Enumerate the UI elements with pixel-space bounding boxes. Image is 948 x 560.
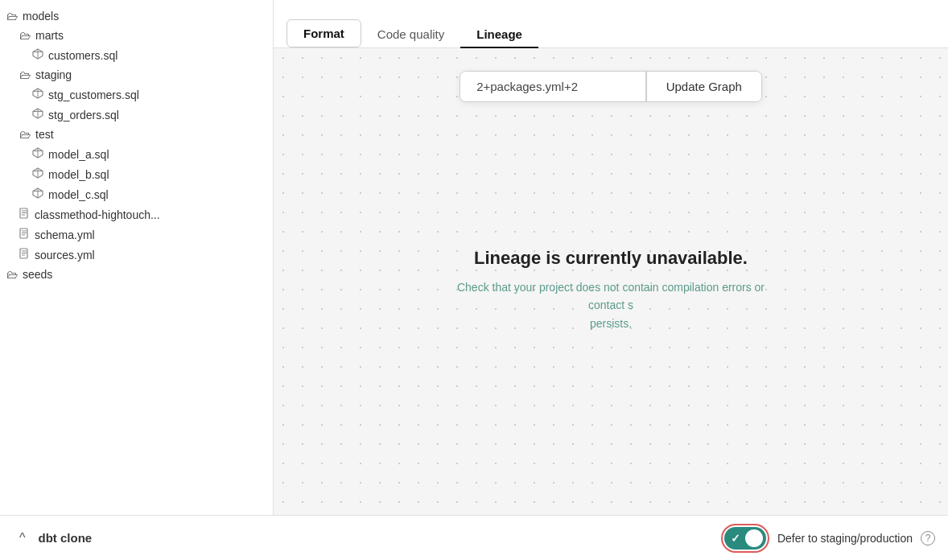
lineage-message: Lineage is currently unavailable. Check … bbox=[443, 248, 780, 332]
graph-controls: Update Graph bbox=[460, 71, 762, 102]
sidebar-item-customers-sql[interactable]: customers.sql bbox=[0, 45, 273, 65]
sidebar-item-label: model_c.sql bbox=[48, 188, 109, 201]
bottom-bar-label: dbt clone bbox=[39, 531, 93, 545]
sidebar-item-label: models bbox=[23, 10, 59, 23]
file-sql-icon bbox=[32, 48, 43, 62]
sidebar-item-schema-yml[interactable]: schema.yml bbox=[0, 224, 273, 245]
folder-icon: 🗁 bbox=[19, 68, 31, 81]
defer-toggle[interactable]: ✓ bbox=[724, 527, 766, 550]
folder-icon: 🗁 bbox=[19, 128, 31, 141]
sidebar-item-label: schema.yml bbox=[35, 229, 95, 241]
right-panel: FormatCode qualityLineage Update Graph L… bbox=[274, 0, 948, 515]
sidebar-item-label: seeds bbox=[23, 268, 52, 281]
sidebar-item-stg-customers-sql[interactable]: stg_customers.sql bbox=[0, 84, 273, 105]
tab-lineage[interactable]: Lineage bbox=[460, 21, 538, 47]
sidebar-item-classmethod-hightouch[interactable]: classmethod-hightouch... bbox=[0, 204, 273, 224]
sidebar-item-model-c-sql[interactable]: model_c.sql bbox=[0, 184, 273, 204]
tab-format[interactable]: Format bbox=[286, 19, 361, 47]
sidebar-item-test[interactable]: 🗁test bbox=[0, 125, 273, 144]
lineage-unavailable-subtitle: Check that your project does not contain… bbox=[443, 278, 780, 332]
sidebar-item-label: model_b.sql bbox=[48, 168, 109, 181]
help-icon[interactable]: ? bbox=[921, 531, 935, 546]
main-container: 🗁models🗁martscustomers.sql🗁stagingstg_cu… bbox=[0, 0, 948, 515]
content-area: Update Graph Lineage is currently unavai… bbox=[274, 48, 948, 515]
file-sql-icon bbox=[32, 88, 43, 101]
sidebar-item-model-b-sql[interactable]: model_b.sql bbox=[0, 164, 273, 184]
sidebar-item-label: marts bbox=[35, 29, 64, 42]
sidebar-item-label: staging bbox=[35, 68, 72, 81]
bottom-bar: ^ dbt clone ✓ Defer to staging/productio… bbox=[0, 515, 948, 560]
bottom-bar-right: ✓ Defer to staging/production ? bbox=[721, 524, 935, 553]
sidebar-item-label: customers.sql bbox=[48, 49, 117, 62]
sidebar-item-marts[interactable]: 🗁marts bbox=[0, 26, 273, 45]
sidebar-item-label: stg_customers.sql bbox=[48, 89, 139, 101]
file-sql-icon bbox=[32, 147, 43, 161]
file-generic-icon bbox=[19, 208, 30, 221]
file-generic-icon bbox=[19, 228, 30, 241]
sidebar-item-model-a-sql[interactable]: model_a.sql bbox=[0, 144, 273, 164]
update-graph-button[interactable]: Update Graph bbox=[647, 72, 761, 101]
toggle-checkmark: ✓ bbox=[731, 532, 740, 545]
file-sql-icon bbox=[32, 108, 43, 121]
folder-icon: 🗁 bbox=[19, 29, 31, 42]
sidebar-item-label: stg_orders.sql bbox=[48, 109, 119, 121]
sidebar-item-label: model_a.sql bbox=[48, 148, 109, 161]
file-sql-icon bbox=[32, 187, 43, 201]
sidebar-item-staging[interactable]: 🗁staging bbox=[0, 65, 273, 84]
graph-input[interactable] bbox=[460, 72, 645, 101]
sidebar-item-label: test bbox=[35, 128, 54, 141]
file-sql-icon bbox=[32, 167, 43, 181]
defer-label: Defer to staging/production bbox=[777, 532, 913, 545]
toggle-slider: ✓ bbox=[724, 527, 766, 550]
sidebar-item-seeds[interactable]: 🗁seeds bbox=[0, 265, 273, 284]
collapse-button[interactable]: ^ bbox=[13, 528, 32, 549]
toggle-container: ✓ bbox=[721, 524, 769, 553]
lineage-unavailable-title: Lineage is currently unavailable. bbox=[443, 248, 780, 269]
sidebar: 🗁models🗁martscustomers.sql🗁stagingstg_cu… bbox=[0, 0, 274, 515]
folder-icon: 🗁 bbox=[6, 10, 18, 23]
bottom-bar-left: ^ dbt clone bbox=[13, 528, 721, 549]
sidebar-item-stg-orders-sql[interactable]: stg_orders.sql bbox=[0, 105, 273, 125]
tabs-bar: FormatCode qualityLineage bbox=[274, 0, 948, 48]
tab-code-quality[interactable]: Code quality bbox=[361, 21, 460, 47]
file-generic-icon bbox=[19, 248, 30, 261]
folder-icon: 🗁 bbox=[6, 268, 18, 281]
sidebar-item-models[interactable]: 🗁models bbox=[0, 6, 273, 26]
sidebar-item-label: classmethod-hightouch... bbox=[35, 208, 160, 221]
sidebar-item-label: sources.yml bbox=[35, 249, 95, 261]
sidebar-item-sources-yml[interactable]: sources.yml bbox=[0, 245, 273, 265]
toggle-wrapper: ✓ Defer to staging/production ? bbox=[721, 524, 935, 553]
